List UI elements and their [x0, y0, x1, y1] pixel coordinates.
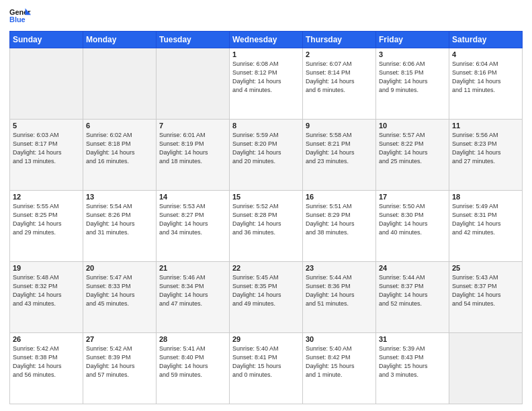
- calendar-cell: 19Sunrise: 5:48 AM Sunset: 8:32 PM Dayli…: [10, 262, 83, 333]
- day-number: 27: [86, 335, 153, 343]
- day-number: 30: [306, 335, 373, 343]
- day-detail: Sunrise: 5:45 AM Sunset: 8:35 PM Dayligh…: [232, 273, 300, 308]
- day-number: 31: [379, 335, 446, 343]
- calendar-cell: 12Sunrise: 5:55 AM Sunset: 8:25 PM Dayli…: [10, 191, 83, 262]
- day-detail: Sunrise: 6:07 AM Sunset: 8:14 PM Dayligh…: [306, 60, 373, 95]
- day-number: 23: [306, 264, 373, 272]
- calendar-cell: 21Sunrise: 5:46 AM Sunset: 8:34 PM Dayli…: [157, 262, 230, 333]
- calendar-week-2: 5Sunrise: 6:03 AM Sunset: 8:17 PM Daylig…: [10, 120, 523, 191]
- calendar-cell: 29Sunrise: 5:40 AM Sunset: 8:41 PM Dayli…: [230, 333, 303, 404]
- day-detail: Sunrise: 6:04 AM Sunset: 8:16 PM Dayligh…: [452, 60, 519, 95]
- day-detail: Sunrise: 6:02 AM Sunset: 8:18 PM Dayligh…: [86, 131, 153, 166]
- calendar-cell: 2Sunrise: 6:07 AM Sunset: 8:14 PM Daylig…: [303, 48, 376, 120]
- header: General Blue: [9, 7, 523, 26]
- calendar-cell: 23Sunrise: 5:44 AM Sunset: 8:36 PM Dayli…: [303, 262, 376, 333]
- day-detail: Sunrise: 5:44 AM Sunset: 8:37 PM Dayligh…: [379, 273, 446, 308]
- calendar-cell: 17Sunrise: 5:50 AM Sunset: 8:30 PM Dayli…: [376, 191, 449, 262]
- day-number: 6: [86, 122, 153, 130]
- svg-text:Blue: Blue: [9, 15, 26, 24]
- day-number: 7: [159, 122, 226, 130]
- day-number: 29: [232, 335, 300, 343]
- day-detail: Sunrise: 5:48 AM Sunset: 8:32 PM Dayligh…: [13, 273, 80, 308]
- page: General Blue SundayMondayTuesdayWednesda…: [0, 0, 532, 411]
- day-detail: Sunrise: 5:43 AM Sunset: 8:37 PM Dayligh…: [452, 273, 519, 308]
- calendar-table: SundayMondayTuesdayWednesdayThursdayFrid…: [9, 31, 523, 404]
- calendar-cell: [157, 48, 230, 120]
- calendar-cell: 31Sunrise: 5:39 AM Sunset: 8:43 PM Dayli…: [376, 333, 449, 404]
- day-detail: Sunrise: 5:50 AM Sunset: 8:30 PM Dayligh…: [379, 202, 446, 237]
- day-number: 3: [379, 50, 446, 58]
- day-number: 24: [379, 264, 446, 272]
- calendar-cell: 22Sunrise: 5:45 AM Sunset: 8:35 PM Dayli…: [230, 262, 303, 333]
- day-detail: Sunrise: 5:41 AM Sunset: 8:40 PM Dayligh…: [159, 345, 226, 379]
- day-detail: Sunrise: 5:44 AM Sunset: 8:36 PM Dayligh…: [306, 273, 373, 308]
- day-number: 26: [13, 335, 80, 343]
- calendar-cell: 7Sunrise: 6:01 AM Sunset: 8:19 PM Daylig…: [157, 120, 230, 191]
- calendar-cell: 30Sunrise: 5:40 AM Sunset: 8:42 PM Dayli…: [303, 333, 376, 404]
- day-detail: Sunrise: 5:40 AM Sunset: 8:41 PM Dayligh…: [232, 345, 300, 379]
- calendar-cell: 27Sunrise: 5:42 AM Sunset: 8:39 PM Dayli…: [83, 333, 157, 404]
- calendar-cell: 10Sunrise: 5:57 AM Sunset: 8:22 PM Dayli…: [376, 120, 449, 191]
- calendar-cell: 24Sunrise: 5:44 AM Sunset: 8:37 PM Dayli…: [376, 262, 449, 333]
- day-number: 28: [159, 335, 226, 343]
- calendar-cell: 4Sunrise: 6:04 AM Sunset: 8:16 PM Daylig…: [449, 48, 523, 120]
- calendar-cell: 9Sunrise: 5:58 AM Sunset: 8:21 PM Daylig…: [303, 120, 376, 191]
- logo: General Blue: [9, 7, 31, 26]
- day-number: 5: [13, 122, 80, 130]
- day-detail: Sunrise: 5:42 AM Sunset: 8:38 PM Dayligh…: [13, 345, 80, 379]
- day-header-monday: Monday: [83, 32, 157, 48]
- day-detail: Sunrise: 5:57 AM Sunset: 8:22 PM Dayligh…: [379, 131, 446, 166]
- calendar-cell: [449, 333, 523, 404]
- day-detail: Sunrise: 6:01 AM Sunset: 8:19 PM Dayligh…: [159, 131, 226, 166]
- day-detail: Sunrise: 5:59 AM Sunset: 8:20 PM Dayligh…: [232, 131, 300, 166]
- calendar-cell: [10, 48, 83, 120]
- day-header-sunday: Sunday: [10, 32, 83, 48]
- calendar-cell: 25Sunrise: 5:43 AM Sunset: 8:37 PM Dayli…: [449, 262, 523, 333]
- calendar-week-4: 19Sunrise: 5:48 AM Sunset: 8:32 PM Dayli…: [10, 262, 523, 333]
- day-header-friday: Friday: [376, 32, 449, 48]
- day-number: 8: [232, 122, 300, 130]
- day-detail: Sunrise: 6:08 AM Sunset: 8:12 PM Dayligh…: [232, 60, 300, 95]
- day-detail: Sunrise: 6:06 AM Sunset: 8:15 PM Dayligh…: [379, 60, 446, 95]
- calendar-cell: 11Sunrise: 5:56 AM Sunset: 8:23 PM Dayli…: [449, 120, 523, 191]
- day-number: 20: [86, 264, 153, 272]
- day-detail: Sunrise: 5:53 AM Sunset: 8:27 PM Dayligh…: [159, 202, 226, 237]
- day-detail: Sunrise: 5:39 AM Sunset: 8:43 PM Dayligh…: [379, 345, 446, 379]
- day-detail: Sunrise: 5:49 AM Sunset: 8:31 PM Dayligh…: [452, 202, 519, 237]
- day-number: 10: [379, 122, 446, 130]
- day-number: 22: [232, 264, 300, 272]
- day-number: 1: [232, 50, 300, 58]
- calendar-cell: 14Sunrise: 5:53 AM Sunset: 8:27 PM Dayli…: [157, 191, 230, 262]
- day-number: 16: [306, 193, 373, 201]
- day-detail: Sunrise: 5:56 AM Sunset: 8:23 PM Dayligh…: [452, 131, 519, 166]
- day-number: 25: [452, 264, 519, 272]
- day-number: 14: [159, 193, 226, 201]
- day-header-wednesday: Wednesday: [230, 32, 303, 48]
- day-detail: Sunrise: 5:46 AM Sunset: 8:34 PM Dayligh…: [159, 273, 226, 308]
- day-detail: Sunrise: 5:42 AM Sunset: 8:39 PM Dayligh…: [86, 345, 153, 379]
- calendar-cell: 15Sunrise: 5:52 AM Sunset: 8:28 PM Dayli…: [230, 191, 303, 262]
- day-detail: Sunrise: 6:03 AM Sunset: 8:17 PM Dayligh…: [13, 131, 80, 166]
- day-number: 19: [13, 264, 80, 272]
- calendar-cell: 13Sunrise: 5:54 AM Sunset: 8:26 PM Dayli…: [83, 191, 157, 262]
- day-detail: Sunrise: 5:55 AM Sunset: 8:25 PM Dayligh…: [13, 202, 80, 237]
- calendar-cell: [83, 48, 157, 120]
- calendar-cell: 26Sunrise: 5:42 AM Sunset: 8:38 PM Dayli…: [10, 333, 83, 404]
- day-header-saturday: Saturday: [449, 32, 523, 48]
- day-header-tuesday: Tuesday: [157, 32, 230, 48]
- day-number: 12: [13, 193, 80, 201]
- day-number: 21: [159, 264, 226, 272]
- day-number: 18: [452, 193, 519, 201]
- calendar-week-1: 1Sunrise: 6:08 AM Sunset: 8:12 PM Daylig…: [10, 48, 523, 120]
- day-number: 13: [86, 193, 153, 201]
- calendar-cell: 6Sunrise: 6:02 AM Sunset: 8:18 PM Daylig…: [83, 120, 157, 191]
- day-detail: Sunrise: 5:51 AM Sunset: 8:29 PM Dayligh…: [306, 202, 373, 237]
- calendar-cell: 28Sunrise: 5:41 AM Sunset: 8:40 PM Dayli…: [157, 333, 230, 404]
- day-detail: Sunrise: 5:54 AM Sunset: 8:26 PM Dayligh…: [86, 202, 153, 237]
- calendar-cell: 5Sunrise: 6:03 AM Sunset: 8:17 PM Daylig…: [10, 120, 83, 191]
- day-detail: Sunrise: 5:47 AM Sunset: 8:33 PM Dayligh…: [86, 273, 153, 308]
- calendar-cell: 3Sunrise: 6:06 AM Sunset: 8:15 PM Daylig…: [376, 48, 449, 120]
- day-number: 11: [452, 122, 519, 130]
- day-detail: Sunrise: 5:40 AM Sunset: 8:42 PM Dayligh…: [306, 345, 373, 379]
- calendar-week-3: 12Sunrise: 5:55 AM Sunset: 8:25 PM Dayli…: [10, 191, 523, 262]
